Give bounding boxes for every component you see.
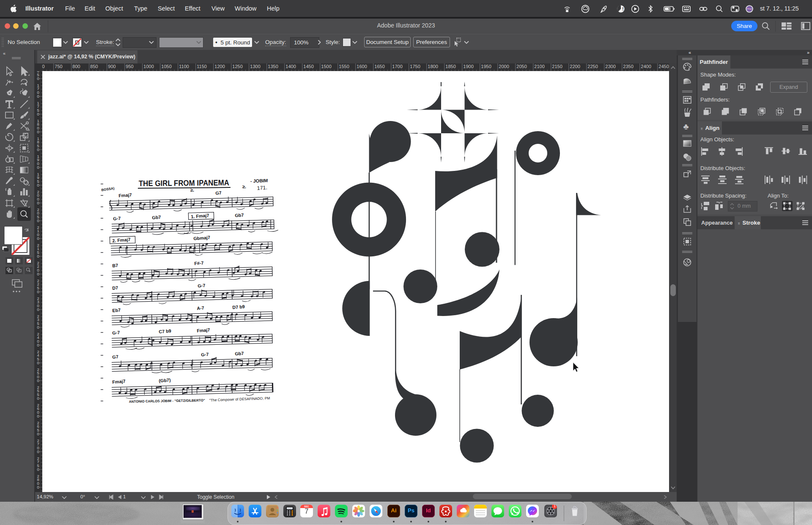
svg-text:1100: 1100: [179, 64, 189, 69]
svg-text:0: 0: [37, 165, 39, 170]
svg-text:Gb7: Gb7: [152, 214, 161, 220]
svg-text:1300: 1300: [250, 64, 260, 69]
svg-text:1450: 1450: [303, 64, 313, 69]
svg-text:850: 850: [90, 64, 98, 69]
svg-text:1800: 1800: [428, 64, 438, 69]
svg-text:1250: 1250: [232, 64, 242, 69]
svg-text:G7: G7: [112, 354, 118, 360]
svg-text:1350: 1350: [268, 64, 278, 69]
svg-text:0: 0: [37, 272, 39, 276]
svg-text:1550: 1550: [339, 64, 349, 69]
svg-text:0: 0: [37, 325, 39, 330]
svg-text:0: 0: [37, 201, 39, 205]
svg-text:2400: 2400: [641, 64, 651, 69]
svg-text:F#-7: F#-7: [194, 260, 204, 266]
svg-text:!: !: [622, 6, 624, 11]
svg-text:0: 0: [37, 112, 39, 116]
svg-text:Eb7: Eb7: [112, 307, 121, 313]
svg-text:2000: 2000: [499, 64, 509, 69]
svg-text:0: 0: [37, 485, 39, 489]
svg-text:0: 0: [37, 218, 39, 223]
svg-text:0: 0: [37, 414, 39, 418]
svg-text:1. Fmaj7: 1. Fmaj7: [191, 213, 209, 219]
svg-text:1600: 1600: [357, 64, 367, 69]
svg-text:BOSSA): BOSSA): [101, 187, 115, 192]
svg-text:0: 0: [37, 449, 39, 454]
svg-text:800: 800: [72, 64, 80, 69]
svg-text:1000: 1000: [143, 64, 154, 69]
svg-text:900: 900: [108, 64, 115, 69]
svg-text:0: 0: [37, 254, 39, 258]
svg-text:0: 0: [37, 76, 39, 81]
svg-text:0: 0: [37, 432, 39, 436]
svg-text:1400: 1400: [285, 64, 296, 69]
svg-text:0: 0: [37, 236, 39, 241]
svg-text:0: 0: [37, 467, 39, 472]
svg-text:0: 0: [37, 360, 39, 365]
svg-text:ANTONIO CARLOS JOBIM - "GETZ/G: ANTONIO CARLOS JOBIM - "GETZ/GILBERTO": [129, 399, 205, 404]
svg-text:"The Composer of DESAFINADO, P: "The Composer of DESAFINADO, PM: [209, 396, 270, 402]
svg-text:A-7: A-7: [197, 305, 204, 311]
svg-text:D7 b9: D7 b9: [232, 304, 245, 310]
svg-text:750: 750: [55, 64, 62, 69]
svg-text:1050: 1050: [161, 64, 171, 69]
svg-text:B7: B7: [112, 263, 118, 268]
svg-text:Gb7: Gb7: [235, 212, 244, 218]
svg-text:(Gb7): (Gb7): [159, 377, 171, 383]
svg-text:1700: 1700: [392, 64, 402, 69]
svg-text:G-7: G-7: [113, 216, 121, 221]
svg-text:0: 0: [37, 307, 39, 312]
svg-text:2050: 2050: [516, 64, 527, 69]
svg-text:Fmaj7: Fmaj7: [112, 379, 126, 385]
svg-text:2100: 2100: [534, 64, 544, 69]
svg-text:1150: 1150: [197, 64, 207, 69]
svg-text:«: «: [3, 51, 5, 56]
svg-text:0: 0: [37, 343, 39, 347]
svg-text:950: 950: [126, 64, 133, 69]
svg-text:2. Fmaj7: 2. Fmaj7: [112, 237, 131, 243]
svg-text:1650: 1650: [374, 64, 384, 69]
svg-text:1750: 1750: [410, 64, 420, 69]
svg-text:0: 0: [37, 396, 39, 401]
svg-text:♣: ♣: [683, 122, 689, 131]
svg-text:Fmaj7: Fmaj7: [197, 327, 210, 333]
svg-text:2450: 2450: [658, 64, 669, 69]
svg-text:1500: 1500: [321, 64, 331, 69]
svg-text:Fmaj7: Fmaj7: [118, 192, 132, 198]
svg-text:G-7: G-7: [198, 283, 206, 288]
svg-text:C7 b9: C7 b9: [159, 328, 171, 334]
svg-text:0: 0: [37, 183, 39, 187]
svg-text:≥.: ≥.: [190, 187, 194, 192]
svg-text:0: 0: [37, 147, 39, 152]
svg-text:- JOBIM: - JOBIM: [250, 178, 268, 184]
svg-text:≥.: ≥.: [242, 184, 246, 189]
svg-text:2350: 2350: [623, 64, 633, 69]
svg-text:0: 0: [37, 94, 39, 99]
svg-text:G-7: G-7: [201, 352, 209, 357]
svg-text:0: 0: [37, 378, 39, 383]
svg-text:2300: 2300: [605, 64, 615, 69]
svg-text:700: 700: [42, 64, 45, 69]
svg-text:1950: 1950: [481, 64, 491, 69]
svg-text:THE GIRL FROM IPANEMA: THE GIRL FROM IPANEMA: [139, 178, 229, 188]
svg-text:G-7: G-7: [112, 330, 120, 335]
svg-text:0: 0: [37, 129, 39, 134]
svg-text:2150: 2150: [552, 64, 562, 69]
svg-text:0: 0: [37, 289, 39, 294]
svg-text:Gb7: Gb7: [235, 351, 244, 357]
svg-text:1900: 1900: [463, 64, 473, 69]
svg-text:171.: 171.: [257, 184, 267, 191]
svg-text:1850: 1850: [445, 64, 455, 69]
svg-text:2200: 2200: [570, 64, 580, 69]
svg-text:G7: G7: [215, 190, 222, 195]
svg-text:2250: 2250: [587, 64, 598, 69]
svg-text:1200: 1200: [214, 64, 225, 69]
svg-text:Gbmaj7: Gbmaj7: [193, 235, 210, 241]
svg-text:D7: D7: [112, 285, 118, 291]
